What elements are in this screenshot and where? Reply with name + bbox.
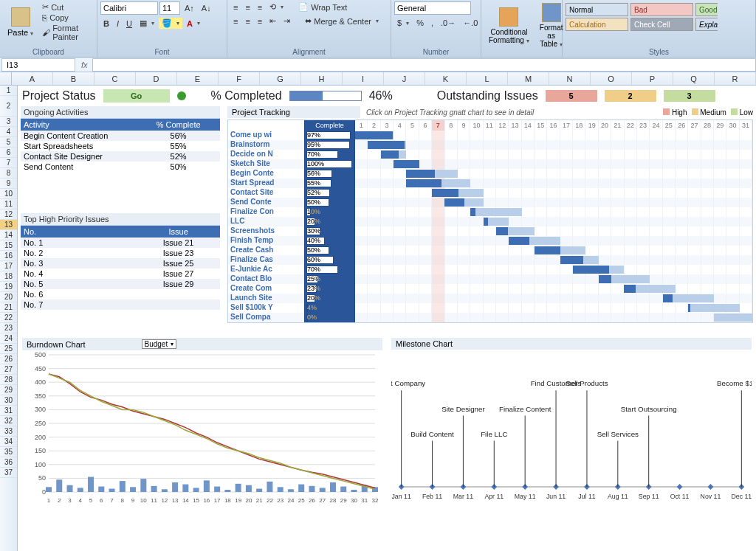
row-header[interactable]: 14 bbox=[0, 230, 17, 240]
burndown-dropdown[interactable]: Budget bbox=[142, 339, 177, 349]
align-bot-button[interactable]: ≡ bbox=[255, 2, 265, 13]
align-left-button[interactable]: ≡ bbox=[230, 16, 241, 27]
row-header[interactable]: 25 bbox=[0, 344, 17, 354]
burndown-chart[interactable]: 0501001502002503003504004505001234567891… bbox=[22, 350, 382, 505]
row-header[interactable]: 10 bbox=[0, 189, 17, 199]
col-header[interactable]: A bbox=[12, 72, 53, 85]
row-header[interactable]: 11 bbox=[0, 199, 17, 209]
row-header[interactable]: 32 bbox=[0, 416, 17, 426]
col-header[interactable]: F bbox=[219, 72, 260, 85]
style-explanatory[interactable]: Expla bbox=[695, 18, 718, 31]
col-header[interactable]: M bbox=[508, 72, 549, 85]
copy-button[interactable]: ⎘Copy bbox=[39, 13, 94, 23]
row-header[interactable]: 34 bbox=[0, 437, 17, 447]
style-check-cell[interactable]: Check Cell bbox=[630, 18, 693, 31]
row-header[interactable]: 2 bbox=[0, 96, 17, 117]
orientation-button[interactable]: ⟲ bbox=[267, 1, 286, 13]
row-header[interactable]: 22 bbox=[0, 313, 17, 323]
col-header[interactable]: H bbox=[301, 72, 343, 85]
col-header[interactable]: G bbox=[260, 72, 301, 85]
align-top-button[interactable]: ≡ bbox=[230, 2, 241, 13]
col-header[interactable]: K bbox=[425, 72, 467, 85]
row-header[interactable]: 7 bbox=[0, 158, 17, 168]
worksheet-cells[interactable]: Project Status Go % Completed 46% Outsta… bbox=[18, 86, 756, 551]
row-header[interactable]: 36 bbox=[0, 457, 17, 468]
grow-font-button[interactable]: A↑ bbox=[182, 3, 197, 13]
bold-button[interactable]: B bbox=[100, 18, 112, 29]
inc-decimal-button[interactable]: .0→ bbox=[438, 18, 458, 28]
name-box[interactable]: I13 bbox=[1, 58, 75, 72]
milestone-chart[interactable]: Jan 11Feb 11Mar 11Apr 11May 11Jun 11Jul … bbox=[391, 350, 752, 505]
align-right-button[interactable]: ≡ bbox=[255, 16, 265, 27]
dec-decimal-button[interactable]: ←.0 bbox=[460, 18, 481, 28]
row-header[interactable]: 9 bbox=[0, 179, 17, 189]
accounting-button[interactable]: $ bbox=[394, 18, 412, 28]
dec-indent-button[interactable]: ⇤ bbox=[267, 15, 279, 27]
style-normal[interactable]: Normal bbox=[566, 3, 628, 16]
col-header[interactable]: L bbox=[467, 72, 508, 85]
row-header[interactable]: 33 bbox=[0, 426, 17, 437]
col-header[interactable]: E bbox=[177, 72, 219, 85]
col-header[interactable]: N bbox=[549, 72, 591, 85]
row-header[interactable]: 4 bbox=[0, 127, 17, 137]
cut-button[interactable]: ✂Cut bbox=[39, 1, 94, 13]
fill-color-button[interactable]: 🪣 bbox=[159, 18, 182, 29]
col-header[interactable]: J bbox=[384, 72, 425, 85]
percent-button[interactable]: % bbox=[413, 18, 427, 28]
row-header[interactable]: 1 bbox=[0, 86, 17, 96]
align-center-button[interactable]: ≡ bbox=[242, 16, 252, 27]
col-header[interactable]: P bbox=[632, 72, 673, 85]
underline-button[interactable]: U bbox=[123, 18, 135, 29]
border-button[interactable]: ▦ bbox=[137, 18, 157, 29]
font-color-button[interactable]: A bbox=[184, 18, 203, 29]
row-header[interactable]: 16 bbox=[0, 251, 17, 261]
col-header[interactable]: Q bbox=[673, 72, 715, 85]
col-header[interactable]: D bbox=[136, 72, 177, 85]
row-header[interactable]: 24 bbox=[0, 333, 17, 344]
row-header[interactable]: 28 bbox=[0, 375, 17, 385]
align-mid-button[interactable]: ≡ bbox=[242, 2, 252, 13]
gantt-chart[interactable]: Complete 1234567891011121314151617181920… bbox=[227, 119, 753, 323]
wrap-text-button[interactable]: 📄Wrap Text bbox=[295, 1, 350, 13]
select-all-corner[interactable] bbox=[0, 72, 12, 85]
row-header[interactable]: 19 bbox=[0, 282, 17, 292]
row-header[interactable]: 29 bbox=[0, 385, 17, 395]
number-format-select[interactable] bbox=[394, 1, 471, 15]
row-header[interactable]: 18 bbox=[0, 271, 17, 282]
row-header[interactable]: 37 bbox=[0, 468, 17, 478]
inc-indent-button[interactable]: ⇥ bbox=[281, 15, 293, 27]
shrink-font-button[interactable]: A↓ bbox=[199, 3, 214, 13]
col-header[interactable]: C bbox=[94, 72, 136, 85]
row-header[interactable]: 12 bbox=[0, 209, 17, 220]
row-header[interactable]: 31 bbox=[0, 406, 17, 416]
col-header[interactable]: O bbox=[591, 72, 632, 85]
col-header[interactable]: R bbox=[715, 72, 756, 85]
row-header[interactable]: 13 bbox=[0, 220, 17, 230]
row-header[interactable]: 15 bbox=[0, 240, 17, 251]
row-header[interactable]: 20 bbox=[0, 292, 17, 302]
row-header[interactable]: 26 bbox=[0, 354, 17, 364]
col-header[interactable]: B bbox=[53, 72, 94, 85]
row-header[interactable]: 35 bbox=[0, 447, 17, 457]
col-header[interactable]: I bbox=[343, 72, 384, 85]
row-header[interactable]: 21 bbox=[0, 302, 17, 313]
row-header[interactable]: 8 bbox=[0, 168, 17, 179]
row-header[interactable]: 17 bbox=[0, 261, 17, 271]
row-header[interactable]: 6 bbox=[0, 148, 17, 158]
row-header[interactable]: 3 bbox=[0, 117, 17, 127]
row-header[interactable]: 23 bbox=[0, 323, 17, 333]
font-name-select[interactable] bbox=[100, 1, 158, 15]
italic-button[interactable]: I bbox=[114, 18, 122, 29]
row-header[interactable]: 27 bbox=[0, 364, 17, 375]
row-header[interactable]: 30 bbox=[0, 395, 17, 406]
style-good[interactable]: Good bbox=[695, 3, 718, 16]
merge-center-button[interactable]: ⬌ Merge & Center bbox=[302, 15, 382, 27]
formula-input[interactable] bbox=[92, 58, 756, 72]
style-bad[interactable]: Bad bbox=[630, 3, 693, 16]
font-size-select[interactable] bbox=[159, 1, 180, 15]
paste-button[interactable]: Paste bbox=[3, 6, 38, 38]
row-header[interactable]: 5 bbox=[0, 137, 17, 148]
style-calculation[interactable]: Calculation bbox=[566, 18, 628, 31]
fx-icon[interactable]: fx bbox=[77, 60, 92, 69]
comma-button[interactable]: , bbox=[428, 18, 436, 28]
